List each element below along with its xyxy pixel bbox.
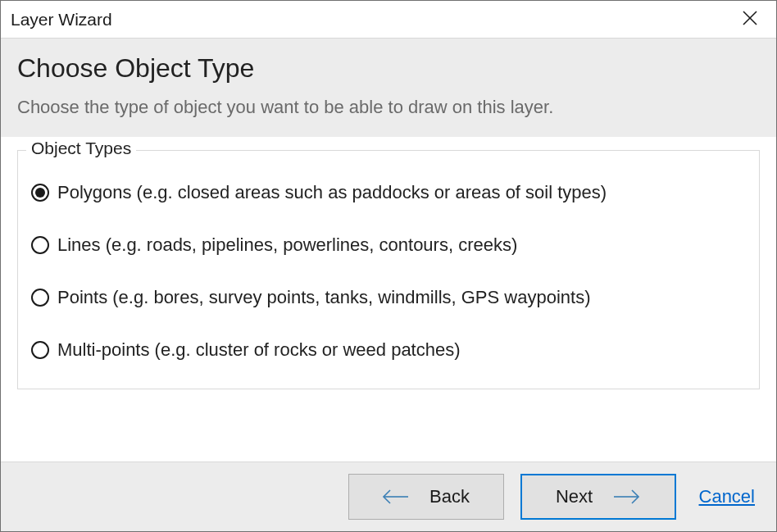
object-types-fieldset: Object Types Polygons (e.g. closed areas… — [17, 150, 760, 389]
radio-option-multipoints[interactable]: Multi-points (e.g. cluster of rocks or w… — [31, 339, 746, 361]
header-panel: Choose Object Type Choose the type of ob… — [1, 39, 776, 137]
next-button-label: Next — [556, 486, 593, 507]
fieldset-legend: Object Types — [26, 139, 136, 158]
radio-icon — [31, 236, 49, 254]
radio-option-lines[interactable]: Lines (e.g. roads, pipelines, powerlines… — [31, 234, 746, 256]
arrow-right-icon — [612, 488, 640, 506]
radio-label: Lines (e.g. roads, pipelines, powerlines… — [57, 234, 517, 256]
titlebar: Layer Wizard — [1, 1, 776, 39]
wizard-footer: Back Next Cancel — [1, 462, 776, 531]
radio-label: Multi-points (e.g. cluster of rocks or w… — [57, 339, 461, 361]
radio-icon — [31, 184, 49, 202]
radio-option-polygons[interactable]: Polygons (e.g. closed areas such as padd… — [31, 182, 746, 203]
next-button[interactable]: Next — [520, 474, 676, 520]
close-icon — [742, 10, 758, 29]
content-area: Object Types Polygons (e.g. closed areas… — [1, 137, 776, 462]
arrow-left-icon — [382, 488, 410, 506]
back-button[interactable]: Back — [348, 474, 504, 520]
radio-option-points[interactable]: Points (e.g. bores, survey points, tanks… — [31, 287, 746, 308]
radio-icon — [31, 289, 49, 307]
close-button[interactable] — [735, 5, 765, 34]
radio-icon — [31, 341, 49, 359]
window-title: Layer Wizard — [11, 10, 112, 30]
radio-label: Polygons (e.g. closed areas such as padd… — [57, 182, 607, 203]
radio-label: Points (e.g. bores, survey points, tanks… — [57, 287, 590, 308]
page-subtitle: Choose the type of object you want to be… — [17, 97, 760, 118]
back-button-label: Back — [429, 486, 470, 507]
cancel-link[interactable]: Cancel — [699, 486, 755, 507]
page-heading: Choose Object Type — [17, 53, 760, 84]
